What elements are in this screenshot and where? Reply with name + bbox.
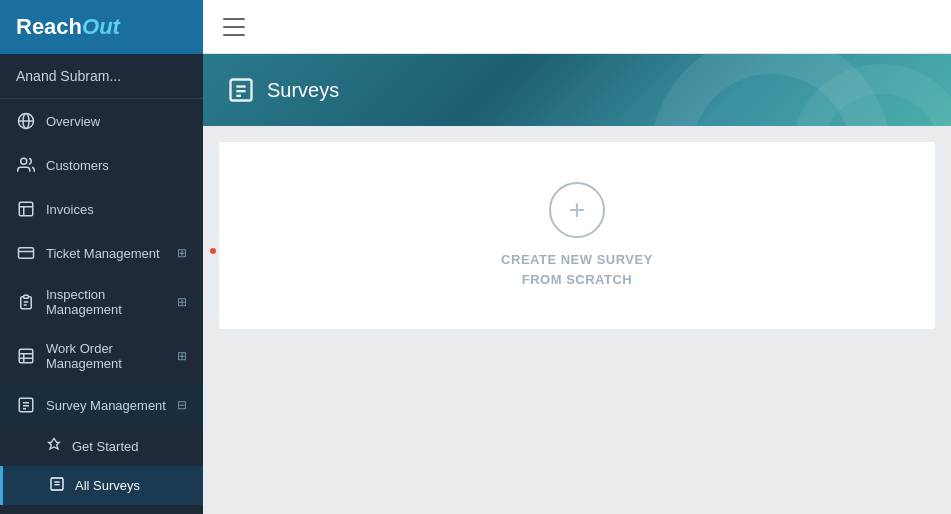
create-survey-button[interactable]: + CREATE NEW SURVEY FROM SCRATCH <box>461 142 693 329</box>
plus-symbol: + <box>569 194 585 226</box>
sidebar-subitem-all-surveys-label: All Surveys <box>75 478 140 493</box>
sidebar-item-invoices-label: Invoices <box>46 202 187 217</box>
surveys-card: + CREATE NEW SURVEY FROM SCRATCH <box>219 142 935 329</box>
invoice-icon <box>16 199 36 219</box>
rocket-icon <box>46 437 62 456</box>
sidebar-item-overview-label: Overview <box>46 114 187 129</box>
survey-list-icon <box>49 476 65 495</box>
page-header: Surveys <box>203 54 951 126</box>
sidebar-item-invoices[interactable]: Invoices <box>0 187 203 231</box>
user-name: Anand Subram... <box>16 68 121 84</box>
sidebar-item-inspection-management[interactable]: Inspection Management ⊞ <box>0 275 203 329</box>
create-survey-line1: CREATE NEW SURVEY <box>501 252 653 267</box>
sidebar-subitem-templates[interactable]: Templates <box>0 505 203 514</box>
globe-icon <box>16 111 36 131</box>
hamburger-line-2 <box>223 26 245 28</box>
sidebar-item-inspection-label: Inspection Management <box>46 287 167 317</box>
user-area: Anand Subram... <box>0 54 203 99</box>
hamburger-line-3 <box>223 34 245 36</box>
svg-rect-7 <box>24 295 29 298</box>
loading-indicator <box>210 248 216 254</box>
inspection-expand-icon: ⊞ <box>177 295 187 309</box>
sidebar-item-survey-label: Survey Management <box>46 398 167 413</box>
page-title: Surveys <box>267 79 339 102</box>
sidebar-item-overview[interactable]: Overview <box>0 99 203 143</box>
create-survey-line2: FROM SCRATCH <box>522 272 632 287</box>
surveys-header-icon <box>227 76 255 104</box>
hamburger-line-1 <box>223 18 245 20</box>
logo-reach: Reach <box>16 14 82 39</box>
sidebar-subitem-get-started-label: Get Started <box>72 439 138 454</box>
main-content: Surveys + CREATE NEW SURVEY FROM SCRATCH <box>203 0 951 514</box>
sidebar-item-survey-management[interactable]: Survey Management ⊟ <box>0 383 203 427</box>
svg-rect-5 <box>19 248 34 259</box>
sidebar-subitem-get-started[interactable]: Get Started <box>0 427 203 466</box>
logo-out: Out <box>82 14 120 39</box>
sidebar-item-customers-label: Customers <box>46 158 187 173</box>
sidebar-item-ticket-management[interactable]: Ticket Management ⊞ <box>0 231 203 275</box>
hamburger-menu[interactable] <box>223 15 245 39</box>
workorder-expand-icon: ⊞ <box>177 349 187 363</box>
svg-rect-4 <box>19 202 33 216</box>
survey-collapse-icon: ⊟ <box>177 398 187 412</box>
topbar <box>203 0 951 54</box>
create-survey-label: CREATE NEW SURVEY FROM SCRATCH <box>501 250 653 289</box>
svg-point-3 <box>21 158 27 164</box>
ticket-expand-icon: ⊞ <box>177 246 187 260</box>
sidebar-item-workorder-label: Work Order Management <box>46 341 167 371</box>
workorder-icon <box>16 346 36 366</box>
sidebar-item-work-order-management[interactable]: Work Order Management ⊞ <box>0 329 203 383</box>
content-area: + CREATE NEW SURVEY FROM SCRATCH <box>203 126 951 514</box>
plus-circle-icon: + <box>549 182 605 238</box>
survey-mgmt-icon <box>16 395 36 415</box>
sidebar-subitem-all-surveys[interactable]: All Surveys <box>0 466 203 505</box>
sidebar: ReachOut Anand Subram... Overview Custom… <box>0 0 203 514</box>
sidebar-item-ticket-label: Ticket Management <box>46 246 167 261</box>
users-icon <box>16 155 36 175</box>
ticket-icon <box>16 243 36 263</box>
logo-area[interactable]: ReachOut <box>0 0 203 54</box>
inspection-icon <box>16 292 36 312</box>
logo: ReachOut <box>16 14 120 40</box>
svg-rect-10 <box>19 349 33 363</box>
sidebar-item-customers[interactable]: Customers <box>0 143 203 187</box>
